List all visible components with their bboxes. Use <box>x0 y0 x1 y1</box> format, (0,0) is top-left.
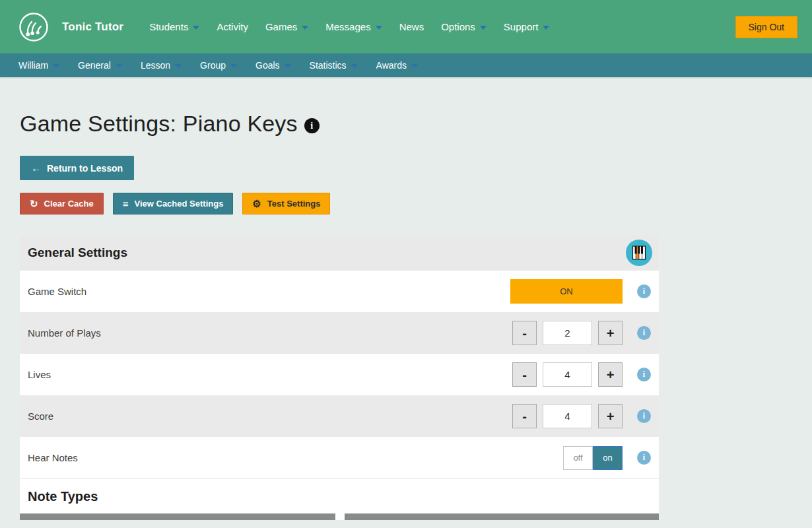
nav-item-news[interactable]: News <box>391 15 433 39</box>
increment-button[interactable]: + <box>598 362 623 387</box>
general-settings-header: General Settings <box>20 235 659 271</box>
subnav-item-statistics[interactable]: Statistics <box>310 55 365 76</box>
view-cached-settings-button[interactable]: ≡ View Cached Settings <box>113 193 234 214</box>
chevron-down-icon <box>302 26 308 30</box>
setting-label: Game Switch <box>28 286 86 297</box>
arrow-left-icon: ← <box>31 162 41 174</box>
increment-button[interactable]: + <box>598 321 623 345</box>
subnav-item-group[interactable]: Group <box>200 55 244 76</box>
table-header-bar <box>20 513 335 520</box>
nav-item-students[interactable]: Students <box>141 15 208 39</box>
nav-item-options[interactable]: Options <box>432 15 495 39</box>
section-title: General Settings <box>28 246 127 260</box>
piano-keys-game-icon <box>626 240 652 266</box>
setting-row-number-of-plays: Number of Plays - + i <box>20 312 659 354</box>
chevron-down-icon <box>480 26 487 30</box>
decrement-button[interactable]: - <box>512 404 537 428</box>
note-types-table-tops <box>20 513 659 520</box>
brand-title[interactable]: Tonic Tutor <box>62 20 123 34</box>
info-icon[interactable]: i <box>637 409 651 423</box>
setting-row-hear-notes: Hear Notes off on i <box>20 437 659 478</box>
subnav-item-lesson[interactable]: Lesson <box>141 55 189 76</box>
setting-row-lives: Lives - + i <box>20 354 659 395</box>
chevron-down-icon <box>411 64 418 68</box>
hear-notes-on-button[interactable]: on <box>593 446 623 470</box>
info-icon[interactable]: i <box>637 326 651 340</box>
test-settings-button[interactable]: ⚙ Test Settings <box>242 193 330 214</box>
setting-label: Score <box>28 411 53 422</box>
top-nav: Tonic Tutor Students Activity Games Mess… <box>0 0 812 53</box>
lives-stepper: - + <box>512 362 623 387</box>
subnav-item-awards[interactable]: Awards <box>376 55 425 76</box>
refresh-icon: ↻ <box>30 198 38 210</box>
info-icon[interactable]: i <box>637 451 651 465</box>
chevron-down-icon <box>230 64 237 68</box>
clear-cache-button[interactable]: ↻ Clear Cache <box>20 193 104 214</box>
increment-button[interactable]: + <box>598 404 623 428</box>
section-title: Note Types <box>28 489 98 504</box>
table-header-bar <box>345 513 659 520</box>
score-input[interactable] <box>543 404 592 428</box>
setting-label: Number of Plays <box>28 327 101 339</box>
settings-card: General Settings Game Switch ON <box>20 235 659 520</box>
page-title-row: Game Settings: Piano Keys i <box>20 111 792 137</box>
chevron-down-icon <box>376 26 382 30</box>
subnav-item-general[interactable]: General <box>78 55 129 76</box>
chevron-down-icon <box>175 64 182 68</box>
setting-row-score: Score - + i <box>20 395 659 437</box>
setting-controls: - + i <box>512 362 651 387</box>
subnav-item-william[interactable]: William <box>18 55 67 76</box>
nav-item-activity[interactable]: Activity <box>208 15 257 39</box>
setting-controls: - + i <box>512 404 651 428</box>
nav-item-support[interactable]: Support <box>495 15 558 39</box>
setting-label: Lives <box>28 369 51 380</box>
subnav-item-goals[interactable]: Goals <box>255 55 298 76</box>
setting-label: Hear Notes <box>28 452 78 463</box>
setting-row-game-switch: Game Switch ON i <box>20 271 659 312</box>
game-switch-toggle[interactable]: ON <box>510 279 623 304</box>
hear-notes-toggle: off on <box>563 446 623 470</box>
chevron-down-icon <box>53 64 59 68</box>
number-of-plays-input[interactable] <box>543 321 592 345</box>
info-icon[interactable]: i <box>637 284 651 298</box>
lives-input[interactable] <box>543 362 592 387</box>
chevron-down-icon <box>285 64 291 68</box>
note-types-header: Note Types <box>20 478 659 513</box>
setting-controls: ON i <box>510 279 651 304</box>
list-icon: ≡ <box>123 198 129 209</box>
score-stepper: - + <box>512 404 623 428</box>
number-of-plays-stepper: - + <box>512 321 623 345</box>
setting-controls: - + i <box>512 321 651 345</box>
chevron-down-icon <box>193 26 199 30</box>
sign-out-button[interactable]: Sign Out <box>735 16 797 38</box>
sub-nav: William General Lesson Group Goals Stati… <box>0 53 812 77</box>
nav-item-games[interactable]: Games <box>257 15 317 39</box>
chevron-down-icon <box>543 26 549 30</box>
decrement-button[interactable]: - <box>512 362 537 387</box>
tonic-tutor-logo-icon <box>18 12 49 42</box>
gear-icon: ⚙ <box>252 198 261 210</box>
chevron-down-icon <box>351 64 358 68</box>
main-content: Game Settings: Piano Keys i ← Return to … <box>0 111 812 520</box>
info-icon[interactable]: i <box>637 368 651 381</box>
nav-item-messages[interactable]: Messages <box>317 15 390 39</box>
hear-notes-off-button[interactable]: off <box>563 446 593 470</box>
cache-toolbar: ↻ Clear Cache ≡ View Cached Settings ⚙ T… <box>20 193 792 214</box>
chevron-down-icon <box>116 64 122 68</box>
setting-controls: off on i <box>563 446 651 470</box>
page-title: Game Settings: Piano Keys <box>20 111 298 137</box>
return-to-lesson-button[interactable]: ← Return to Lesson <box>20 156 134 180</box>
decrement-button[interactable]: - <box>512 321 537 345</box>
main-menu: Students Activity Games Messages News Op… <box>141 15 558 39</box>
title-info-icon[interactable]: i <box>304 118 320 133</box>
